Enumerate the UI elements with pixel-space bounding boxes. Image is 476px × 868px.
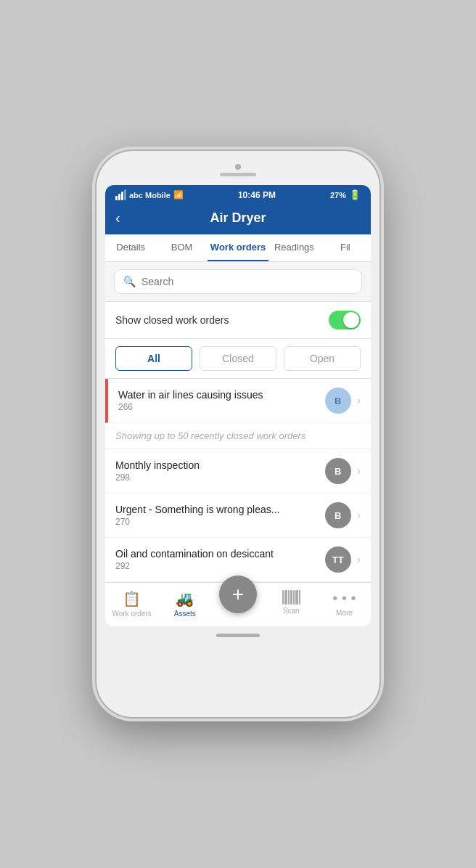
wo-id: 266 — [118, 402, 325, 412]
wo-avatar: B — [325, 388, 351, 414]
speaker — [220, 173, 256, 176]
closed-section-label: Showing up to 50 recently closed work or… — [105, 423, 371, 449]
header: ‹ Air Dryer — [105, 205, 371, 234]
chevron-right-icon: › — [357, 394, 361, 407]
status-time: 10:46 PM — [238, 190, 276, 200]
chevron-right-icon: › — [357, 509, 361, 522]
show-closed-label: Show closed work orders — [115, 314, 229, 326]
wo-avatar: TT — [325, 546, 351, 573]
tab-bom[interactable]: BOM — [156, 234, 207, 261]
nav-item-assets[interactable]: 🚜 Assets — [158, 587, 211, 621]
filter-all[interactable]: All — [115, 346, 192, 371]
add-button[interactable]: + — [219, 576, 257, 613]
chevron-right-icon: › — [357, 553, 361, 566]
search-icon: 🔍 — [123, 276, 136, 287]
work-order-item-298[interactable]: Monthly inspection 298 B › — [105, 449, 371, 494]
phone-bottom — [105, 634, 371, 637]
status-right: 27% 🔋 — [330, 189, 361, 200]
work-order-item-270[interactable]: Urgent - Something is wrong pleas... 270… — [105, 494, 371, 538]
phone-top-area — [105, 164, 371, 181]
clipboard-icon: 📋 — [123, 590, 141, 607]
signal-icon — [115, 189, 126, 200]
toggle-knob — [343, 312, 359, 328]
nav-label-more: More — [336, 609, 353, 617]
wo-content: Oil and contamination on desiccant 292 — [115, 548, 325, 571]
status-left: abc Mobile 📶 — [115, 189, 184, 200]
tab-readings[interactable]: Readings — [268, 234, 319, 261]
wo-title: Water in air lines causing issues — [118, 389, 325, 401]
chevron-right-icon: › — [357, 464, 361, 478]
wo-content: Water in air lines causing issues 266 — [118, 389, 325, 412]
phone-frame: abc Mobile 📶 10:46 PM 27% 🔋 ‹ Air Dryer … — [97, 151, 379, 717]
battery-icon: 🔋 — [349, 189, 361, 200]
search-input[interactable] — [141, 276, 353, 287]
home-indicator — [216, 634, 260, 637]
show-closed-toggle[interactable] — [329, 311, 361, 329]
wo-title: Oil and contamination on desiccant — [115, 548, 325, 560]
tab-work-orders[interactable]: Work orders — [208, 234, 268, 261]
wo-content: Urgent - Something is wrong pleas... 270 — [115, 504, 325, 527]
bottom-nav: 📋 Work orders 🚜 Assets + — [105, 582, 371, 626]
wo-avatar: B — [325, 458, 351, 484]
nav-item-scan[interactable]: Scan — [265, 587, 318, 621]
search-box: 🔍 — [114, 269, 362, 294]
status-bar: abc Mobile 📶 10:46 PM 27% 🔋 — [105, 185, 371, 205]
back-button[interactable]: ‹ — [115, 210, 120, 226]
nav-item-more[interactable]: • • • More — [318, 587, 371, 621]
wo-title: Monthly inspection — [115, 459, 325, 471]
wo-avatar: B — [325, 502, 351, 528]
battery-label: 27% — [330, 191, 346, 200]
filter-buttons: All Closed Open — [105, 339, 371, 379]
tab-bar: Details BOM Work orders Readings Fil — [105, 234, 371, 262]
forklift-icon: 🚜 — [176, 590, 194, 607]
wo-content: Monthly inspection 298 — [115, 459, 325, 483]
wo-id: 298 — [115, 472, 325, 483]
nav-item-work-orders[interactable]: 📋 Work orders — [105, 587, 158, 621]
nav-label-work-orders: Work orders — [112, 610, 151, 618]
tab-files[interactable]: Fil — [320, 234, 371, 261]
wo-id: 270 — [115, 517, 325, 527]
barcode-icon — [282, 590, 300, 605]
wo-title: Urgent - Something is wrong pleas... — [115, 504, 325, 515]
more-icon: • • • — [332, 590, 356, 607]
filter-closed[interactable]: Closed — [200, 346, 276, 371]
plus-icon: + — [232, 583, 244, 606]
work-order-list: Water in air lines causing issues 266 B … — [105, 379, 371, 582]
search-container: 🔍 — [105, 262, 371, 302]
page-title: Air Dryer — [210, 210, 266, 226]
show-closed-row: Show closed work orders — [105, 302, 371, 339]
tab-details[interactable]: Details — [105, 234, 156, 261]
wifi-icon: 📶 — [173, 190, 184, 200]
carrier-label: abc Mobile — [129, 191, 171, 200]
nav-label-scan: Scan — [283, 607, 300, 615]
filter-open[interactable]: Open — [284, 346, 361, 371]
nav-label-assets: Assets — [174, 610, 196, 618]
work-order-item-266[interactable]: Water in air lines causing issues 266 B … — [105, 379, 371, 423]
nav-item-add[interactable]: + — [211, 573, 264, 621]
wo-id: 292 — [115, 561, 325, 571]
camera — [235, 164, 241, 170]
screen: abc Mobile 📶 10:46 PM 27% 🔋 ‹ Air Dryer … — [105, 185, 371, 626]
